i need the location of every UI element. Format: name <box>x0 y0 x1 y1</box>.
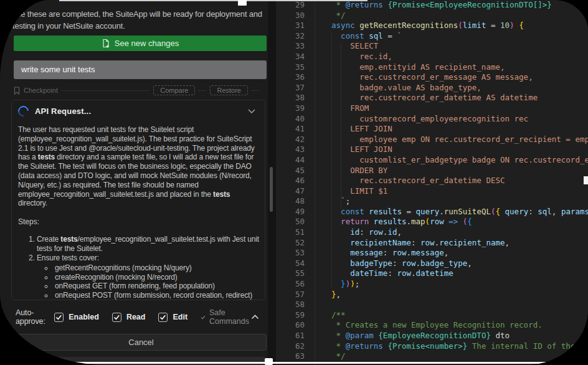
code-line: 39 FROM <box>276 103 588 114</box>
indent-guide <box>341 42 341 207</box>
compare-button[interactable]: Compare <box>153 85 195 95</box>
gutter-separator <box>315 0 315 365</box>
code-line: 62 * @returns {Promise<number>} The inte… <box>276 341 588 352</box>
checkbox[interactable] <box>158 313 168 322</box>
next-message-box <box>16 357 267 365</box>
code-line: 43 LEFT JOIN <box>276 145 588 155</box>
api-request-block: API Request... The user has requested un… <box>11 100 265 300</box>
see-new-changes-button[interactable]: See new changes <box>14 36 267 51</box>
line-number: 52 <box>276 238 315 249</box>
file-plus-icon <box>102 39 110 48</box>
line-number: 57 <box>276 290 315 300</box>
chat-scrollbar-thumb[interactable] <box>270 167 273 212</box>
step-sub-item: getRecentRecognitions (mocking N/query) <box>54 263 257 273</box>
line-number: 36 <box>276 72 315 83</box>
code-line: 29 * @returns {Promise<EmployeeRecogniti… <box>276 0 588 11</box>
line-number: 38 <box>276 93 315 103</box>
steps-list: Create tests/employee_recognition_wall_s… <box>18 235 257 300</box>
step-item: Create tests/employee_recognition_wall_s… <box>37 235 257 253</box>
api-request-title: API Request... <box>35 107 91 116</box>
code-line: 30 */ <box>276 11 588 21</box>
line-number: 42 <box>276 135 315 145</box>
code-line: 58 <box>276 300 588 310</box>
line-number: 32 <box>276 31 315 42</box>
step-sub-item: onRequest POST (form submission, record … <box>54 291 257 300</box>
auto-approve-checkbox-edit[interactable]: Edit <box>158 313 187 322</box>
code-lines: 29 * @returns {Promise<EmployeeRecogniti… <box>276 0 588 362</box>
video-progress-top-handle[interactable] <box>238 0 247 6</box>
line-number: 43 <box>276 145 315 155</box>
code-line: 36 rec.custrecord_er_message AS message, <box>276 72 588 83</box>
code-line: 60 * Creates a new Employee Recognition … <box>276 320 588 331</box>
bookmark-icon <box>14 87 20 95</box>
auto-approve-row: Auto-approve: EnabledReadEdit Safe Comma… <box>16 310 259 325</box>
auto-approve-checkbox-read[interactable]: Read <box>112 313 146 322</box>
indent-guide <box>331 32 332 288</box>
restore-button[interactable]: Restore <box>210 85 248 95</box>
code-line: 63 */ <box>276 351 588 362</box>
code-line: 49 const results = query.runSuiteQL({ qu… <box>276 207 588 217</box>
checkpoint-leader <box>62 90 149 91</box>
step-sub-item: onRequest GET (form rendering, feed popu… <box>54 282 257 291</box>
line-number: 48 <box>276 196 315 207</box>
code-line: 37 badge.value AS badge_type, <box>276 83 588 93</box>
code-line: 57 }, <box>276 290 588 300</box>
loading-spinner-icon <box>16 104 31 119</box>
line-number: 59 <box>276 310 315 321</box>
line-number: 35 <box>276 62 315 73</box>
cancel-button[interactable]: Cancel <box>16 334 267 351</box>
code-line: 53 message: row.message, <box>276 248 588 258</box>
code-line: 59 /** <box>276 310 588 321</box>
line-number: 34 <box>276 52 315 62</box>
video-progress-bottom <box>49 362 588 364</box>
video-progress-bottom-handle[interactable] <box>265 358 273 365</box>
line-number: 62 <box>276 341 315 352</box>
assistant-message: nce these are completed, the SuiteApp wi… <box>12 8 265 32</box>
line-number: 63 <box>276 351 315 362</box>
editor-scrollbar-marker[interactable] <box>584 176 588 184</box>
checkpoint-leader <box>199 90 206 91</box>
auto-approve-checkbox-enabled[interactable]: Enabled <box>54 313 99 322</box>
code-line: 61 * @param {EmployeeRecognitionDTO} dto <box>276 331 588 341</box>
panel-divider <box>268 0 276 365</box>
checkpoint-row: Checkpoint Compare Restore <box>14 85 259 96</box>
code-line: 56 })); <box>276 279 588 290</box>
line-number: 49 <box>276 207 315 217</box>
line-number: 50 <box>276 217 315 227</box>
line-number: 30 <box>276 11 315 21</box>
steps-label: Steps: <box>18 217 257 226</box>
api-request-header[interactable]: API Request... <box>18 106 257 116</box>
step-sub-item: createRecognition (mocking N/record) <box>54 273 257 282</box>
prompt-input[interactable]: write some unit tests <box>14 60 267 79</box>
line-number: 56 <box>276 279 315 290</box>
line-number: 54 <box>276 258 315 269</box>
code-line: 44 customlist_er_badgetype badge ON rec.… <box>276 155 588 166</box>
code-line: 31 async getRecentRecognitions(limit = 1… <box>276 21 588 31</box>
line-number: 41 <box>276 124 315 135</box>
checkbox[interactable] <box>112 313 121 322</box>
chevron-down-icon[interactable] <box>247 108 256 114</box>
code-line: 35 emp.entityid AS recipient_name, <box>276 62 588 73</box>
line-number: 33 <box>276 41 315 52</box>
code-editor[interactable]: 29 * @returns {Promise<EmployeeRecogniti… <box>276 0 588 365</box>
safe-commands-toggle[interactable]: Safe Commands <box>201 308 251 326</box>
line-number: 60 <box>276 320 315 331</box>
auto-approve-label: Auto-approve: <box>16 308 47 326</box>
line-number: 58 <box>276 300 315 310</box>
video-progress-top <box>59 0 368 1</box>
app-frame: nce these are completed, the SuiteApp wi… <box>0 0 588 365</box>
code-line: 41 LEFT JOIN <box>276 124 588 135</box>
code-line: 54 badgeType: row.badge_type, <box>276 258 588 269</box>
line-number: 55 <box>276 268 315 279</box>
line-number: 39 <box>276 103 315 114</box>
checkbox[interactable] <box>54 313 64 322</box>
code-line: 50 return results.map(row => ({ <box>276 217 588 227</box>
line-number: 40 <box>276 114 315 125</box>
chevron-up-icon[interactable] <box>251 315 259 320</box>
code-line: 40 customrecord_employeerecognition rec <box>276 114 588 125</box>
code-line: 42 employee emp ON rec.custrecord_er_rec… <box>276 135 588 145</box>
code-line: 33 SELECT <box>276 41 588 52</box>
see-new-changes-label: See new changes <box>115 39 179 48</box>
chat-panel: nce these are completed, the SuiteApp wi… <box>0 0 268 365</box>
code-line: 48 `; <box>276 196 588 207</box>
